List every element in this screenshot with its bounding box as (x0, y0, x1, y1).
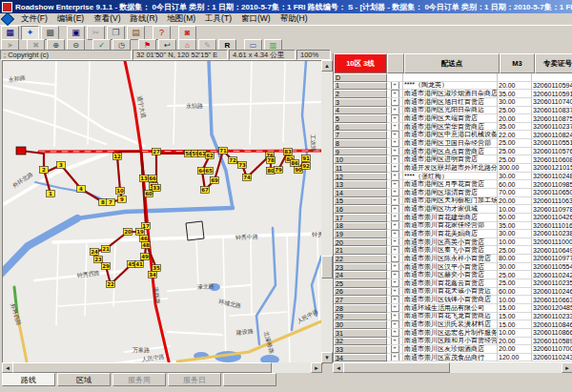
table-row[interactable]: 13 + 南通市港闸区月季花百货店 60.00 320601109856 (334, 180, 572, 189)
expand-cell[interactable]: + (387, 180, 403, 189)
m3-cell[interactable]: 70.00 (498, 189, 532, 197)
delivery-point-cell[interactable]: 南通环城生活用品有限公司 (403, 304, 498, 313)
stop-number-cell[interactable]: 33 (334, 345, 387, 354)
table-scroll-right-arrow[interactable]: ► (562, 362, 572, 373)
expand-plus-icon[interactable]: + (391, 139, 399, 147)
expand-cell[interactable]: + (387, 246, 403, 255)
expand-cell[interactable]: + (387, 131, 403, 139)
expand-plus-icon[interactable]: + (391, 173, 399, 180)
stop-number-cell[interactable]: 6 (334, 123, 387, 132)
delivery-point-cell[interactable]: 南通市崇川百花飞龙百货商店 (403, 313, 498, 321)
table-row[interactable]: 5 + 南通市港闸区天端百货店 20.00 320601108758 (334, 114, 572, 123)
license-cell[interactable]: 320601102429 (532, 271, 572, 279)
delivery-point-cell[interactable]: 南通市崇川区高英小百货店 (403, 238, 498, 247)
table-row[interactable]: 15 + 南通市港闸区天利橱柜门加工场 20.00 320601110636 (334, 197, 572, 206)
m3-cell[interactable]: 10.00 (498, 329, 532, 338)
delivery-point-cell[interactable]: 南通市崇川百花美娟商店 (403, 230, 498, 238)
stop-marker[interactable]: 34 (149, 272, 157, 279)
expand-cell[interactable]: + (387, 164, 403, 173)
expand-cell[interactable]: + (387, 304, 403, 313)
stop-number-cell[interactable]: 22 (334, 255, 387, 263)
license-cell[interactable]: 320601110161 (532, 222, 572, 231)
delivery-point-cell[interactable]: 南通市港闸区功才家俱城 (403, 205, 498, 214)
license-header[interactable]: 专卖证号 (535, 53, 572, 73)
stop-marker[interactable]: 66 (149, 175, 157, 182)
table-row[interactable]: 25 + 南通市崇川百花鑫云百货店 25.00 320601102351 (334, 279, 572, 288)
m3-cell[interactable] (498, 73, 532, 82)
expand-cell[interactable]: + (387, 329, 403, 338)
expand-plus-icon[interactable]: + (391, 296, 399, 303)
license-cell[interactable]: 320601105940 (532, 82, 572, 91)
stop-marker[interactable]: 92 (302, 163, 311, 170)
m3-cell[interactable]: 22.00 (498, 131, 532, 139)
delivery-point-cell[interactable] (403, 73, 498, 82)
expand-cell[interactable]: + (387, 222, 403, 231)
tab-route[interactable]: 路线 (2, 373, 55, 386)
expand-plus-icon[interactable]: + (391, 338, 399, 345)
license-cell[interactable]: 320601108663 (532, 329, 572, 338)
expand-cell[interactable]: + (387, 189, 403, 197)
m3-cell[interactable]: 25.00 (498, 139, 532, 148)
license-cell[interactable]: 320601108758 (532, 114, 572, 123)
delivery-point-cell[interactable]: 南通市崇川区陈永祥小百货店 (403, 255, 498, 263)
m3-cell[interactable]: 20.00 (498, 345, 532, 354)
expand-cell[interactable]: + (387, 173, 403, 181)
expand-plus-icon[interactable]: + (391, 255, 399, 262)
stop-number-cell[interactable]: 3 (334, 98, 387, 107)
expand-plus-icon[interactable]: + (391, 131, 399, 138)
table-scroll-thumb[interactable] (343, 362, 450, 373)
stop-marker[interactable]: 45 (128, 261, 136, 268)
stop-marker[interactable]: 33 (153, 185, 161, 192)
table-row[interactable]: 17 + 南通市崇川百花建华商店 50.00 320601104267 (334, 214, 572, 222)
license-cell[interactable]: 320601109779 (532, 255, 572, 263)
expand-cell[interactable]: + (387, 155, 403, 164)
license-cell[interactable]: 320601106633 (532, 296, 572, 304)
stop-marker[interactable]: 13 (140, 175, 149, 182)
stop-marker[interactable]: 9 (118, 196, 127, 203)
m3-cell[interactable]: 80.00 (498, 255, 532, 263)
delivery-point-cell[interactable]: 南通市崇川区友珍烟酒商店 (403, 345, 498, 354)
m3-header[interactable]: M3 (500, 53, 535, 73)
expand-plus-icon[interactable]: + (391, 107, 399, 114)
stop-marker[interactable]: 3 (57, 162, 66, 169)
stop-marker[interactable]: 78 (267, 157, 276, 164)
expand-plus-icon[interactable]: + (391, 263, 399, 271)
stop-number-cell[interactable]: 34 (334, 354, 387, 362)
menu-route[interactable]: 路线(R) (126, 13, 163, 25)
stop-number-cell[interactable]: 17 (334, 214, 387, 222)
stop-number-cell[interactable]: 31 (334, 329, 387, 338)
delivery-point-cell[interactable]: 南通市港闸区卫国日杂经营部 (403, 139, 498, 148)
table-row[interactable]: 8 + 南通市港闸区卫国日杂经营部 25.00 320601105511 (334, 139, 572, 148)
delivery-point-cell[interactable]: 南通市崇川区汉平小百货店 (403, 263, 498, 272)
table-row[interactable]: 30 + 南通市崇川区洪氏装潢材料店 15.00 320601108460 (334, 320, 572, 329)
delivery-point-cell[interactable]: 南通市港闸区淑珍烟酒日杂商店 (403, 90, 498, 98)
delivery-point-cell[interactable]: 南通市崇川区秦飞小百货店 (403, 246, 498, 255)
expand-cell[interactable]: + (387, 90, 403, 98)
license-cell[interactable]: 320601108377 (532, 107, 572, 115)
expand-cell[interactable]: + (387, 107, 403, 115)
expand-cell[interactable]: + (387, 271, 403, 279)
m3-cell[interactable]: 25.00 (498, 271, 532, 279)
m3-cell[interactable]: 35.00 (498, 123, 532, 132)
table-row[interactable]: 7 + 南通市港闸区中意港口机械设备配 22.00 320601108244 (334, 131, 572, 139)
table-row[interactable]: 3 + 南通市港闸区旭日红百货店 30.00 320601107400 (334, 98, 572, 107)
stop-number-cell[interactable]: 2 (334, 90, 387, 98)
table-row[interactable]: 27 + 南通市崇川区钱锋小百货商店 10.00 320601106633 (334, 296, 572, 304)
license-cell[interactable]: 320601102439 (532, 354, 572, 362)
expand-plus-icon[interactable]: + (391, 82, 399, 90)
m3-cell[interactable]: 50.00 (498, 214, 532, 222)
stop-number-cell[interactable]: 29 (334, 313, 387, 321)
delivery-point-cell[interactable]: 南通市崇川区远宏名片制作服务部 (403, 329, 498, 338)
stop-marker[interactable]: 79 (275, 167, 283, 174)
map-horizontal-scrollbar[interactable]: ◄ ► (2, 362, 321, 373)
expand-plus-icon[interactable]: + (391, 114, 399, 122)
stop-number-cell[interactable]: 7 (334, 131, 387, 139)
table-row[interactable]: 18 + 南通市崇川百花家佳经营部 35.00 320601110161 (334, 222, 572, 231)
stop-marker[interactable]: 65 (205, 168, 214, 175)
expand-plus-icon[interactable]: + (391, 271, 399, 279)
expand-plus-icon[interactable]: + (391, 304, 399, 312)
route-region-header[interactable]: 10区 3线 (334, 53, 387, 73)
license-cell[interactable]: 320601105912 (532, 90, 572, 98)
expand-plus-icon[interactable]: + (391, 148, 399, 155)
stop-marker[interactable]: 41 (135, 261, 144, 268)
